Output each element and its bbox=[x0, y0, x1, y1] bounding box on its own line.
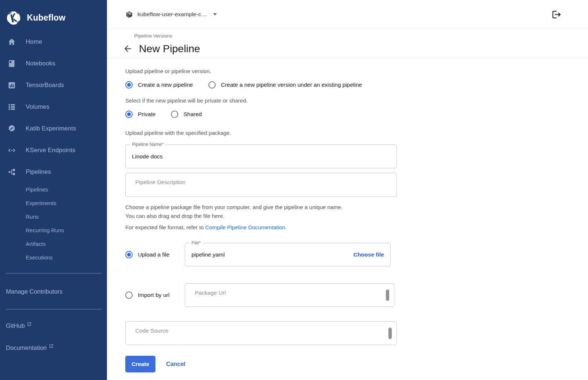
cube-icon bbox=[125, 10, 133, 19]
pipeline-name-label: Pipeline Name* bbox=[130, 142, 165, 147]
subnav-item-runs[interactable]: Runs bbox=[0, 210, 107, 223]
file-field[interactable]: File* Choose file bbox=[185, 243, 391, 266]
pipeline-type-radio-group: Create a new pipeline Create a new pipel… bbox=[125, 78, 588, 92]
code-source-field[interactable] bbox=[125, 321, 397, 345]
back-arrow-icon[interactable] bbox=[123, 44, 133, 54]
sidebar-item-documentation[interactable]: Documentation bbox=[0, 337, 107, 359]
subnav-item-label: Experiments bbox=[26, 200, 56, 206]
subnav-item-label: Recurring Runs bbox=[26, 227, 64, 233]
radio-import-url[interactable] bbox=[125, 291, 133, 299]
subnav-item-experiments[interactable]: Experiments bbox=[0, 196, 107, 210]
main-area: kubeflow-user-example-c… Pipeline Versio… bbox=[107, 0, 588, 380]
radio-upload-file-label[interactable]: Upload a file bbox=[138, 251, 169, 258]
radio-create-new-version[interactable] bbox=[208, 81, 216, 89]
kubeflow-wordmark: Kubeflow bbox=[27, 13, 65, 23]
sidebar-item-tensorboards[interactable]: TensorBoards bbox=[0, 74, 107, 96]
subnav-item-recurring-runs[interactable]: Recurring Runs bbox=[0, 223, 107, 237]
format-prefix: For expected file format, refer to bbox=[125, 224, 205, 230]
subnav-item-label: Runs bbox=[26, 214, 39, 220]
radio-shared-label[interactable]: Shared bbox=[183, 111, 202, 118]
namespace-selector[interactable]: kubeflow-user-example-c… bbox=[125, 10, 217, 19]
upload-file-row: Upload a file File* Choose file bbox=[125, 243, 588, 266]
kserve-icon bbox=[7, 146, 16, 155]
new-pipeline-form: Upload pipeline or pipeline version. Cre… bbox=[107, 58, 588, 372]
radio-private-label[interactable]: Private bbox=[138, 111, 155, 118]
sidebar-item-label: TensorBoards bbox=[26, 82, 64, 89]
radio-private[interactable] bbox=[125, 111, 133, 118]
radio-create-new-pipeline[interactable] bbox=[125, 81, 133, 89]
compile-pipeline-documentation-link[interactable]: Compile Pipeline Documentation bbox=[205, 224, 286, 230]
scrollbar-thumb[interactable] bbox=[388, 327, 392, 339]
sidebar-item-label: Pipelines bbox=[26, 168, 51, 175]
sidebar: Kubeflow Home Notebooks bbox=[0, 0, 107, 380]
sidebar-divider bbox=[6, 273, 102, 273]
sidebar-item-label: KServe Endpoints bbox=[26, 147, 75, 154]
radio-create-new-version-label[interactable]: Create a new pipeline version under an e… bbox=[221, 82, 362, 88]
chevron-down-icon bbox=[213, 13, 217, 15]
subnav-item-label: Executions bbox=[26, 254, 53, 261]
page-title: New Pipeline bbox=[139, 43, 200, 55]
radio-import-url-label[interactable]: Import by url bbox=[138, 292, 169, 298]
subnav-item-artifacts[interactable]: Artifacts bbox=[0, 237, 107, 251]
sidebar-item-katib-experiments[interactable]: Katib Experiments bbox=[0, 118, 107, 139]
format-suffix: . bbox=[285, 224, 287, 230]
choose-file-button[interactable]: Choose file bbox=[353, 251, 384, 258]
file-help-line2: You can also drag and drop the file here… bbox=[125, 213, 225, 219]
visibility-radio-group: Private Shared bbox=[125, 107, 588, 122]
documentation-label: Documentation bbox=[6, 344, 47, 351]
sidebar-item-manage-contributors[interactable]: Manage Contributors bbox=[0, 283, 107, 300]
home-icon bbox=[7, 37, 16, 46]
radio-create-new-pipeline-label[interactable]: Create a new pipeline bbox=[138, 82, 193, 88]
kubeflow-logo[interactable]: Kubeflow bbox=[0, 0, 107, 29]
upload-section-label: Upload pipeline or pipeline version. bbox=[125, 68, 588, 74]
kubeflow-logo-icon bbox=[6, 10, 21, 26]
volumes-icon bbox=[7, 103, 16, 111]
package-section-label: Upload pipeline with the specified packa… bbox=[125, 130, 588, 136]
manage-contributors-label: Manage Contributors bbox=[6, 288, 62, 295]
radio-upload-file[interactable] bbox=[125, 251, 133, 258]
sidebar-nav: Home Notebooks TensorBoards bbox=[0, 31, 107, 264]
pipeline-description-field[interactable] bbox=[125, 173, 397, 197]
sidebar-item-notebooks[interactable]: Notebooks bbox=[0, 53, 107, 74]
scrollbar-thumb[interactable] bbox=[386, 290, 389, 301]
sidebar-item-kserve-endpoints[interactable]: KServe Endpoints bbox=[0, 139, 107, 161]
sidebar-item-github[interactable]: GitHub bbox=[0, 315, 107, 337]
breadcrumb[interactable]: Pipeline Versions bbox=[134, 33, 172, 39]
notebooks-icon bbox=[7, 59, 16, 68]
external-link-icon bbox=[27, 322, 32, 326]
subnav-item-executions[interactable]: Executions bbox=[0, 251, 107, 264]
format-help-text: For expected file format, refer to Compi… bbox=[125, 224, 588, 230]
code-source-input[interactable] bbox=[126, 322, 397, 345]
page-header: Pipeline Versions New Pipeline bbox=[107, 29, 588, 58]
pipeline-name-field[interactable]: Pipeline Name* bbox=[125, 144, 397, 168]
sidebar-item-label: Notebooks bbox=[26, 60, 55, 67]
package-url-field[interactable] bbox=[185, 283, 394, 307]
create-button[interactable]: Create bbox=[125, 356, 155, 372]
github-label: GitHub bbox=[6, 322, 25, 329]
cancel-button[interactable]: Cancel bbox=[166, 361, 185, 368]
subnav-item-label: Artifacts bbox=[26, 241, 46, 247]
pipeline-description-input[interactable] bbox=[126, 173, 397, 197]
sidebar-item-label: Volumes bbox=[26, 103, 50, 110]
sidebar-item-label: Home bbox=[26, 38, 42, 45]
file-field-label: File* bbox=[190, 240, 202, 245]
pipelines-icon bbox=[7, 168, 16, 176]
sidebar-item-home[interactable]: Home bbox=[0, 31, 107, 53]
import-url-row: Import by url bbox=[125, 283, 588, 307]
subnav-item-pipelines[interactable]: Pipelines bbox=[0, 183, 107, 196]
visibility-section-label: Select if the new pipeline will be priva… bbox=[125, 97, 588, 104]
sidebar-item-pipelines[interactable]: Pipelines bbox=[0, 161, 107, 183]
package-url-input[interactable] bbox=[185, 284, 394, 306]
tensorboards-icon bbox=[7, 81, 16, 90]
sidebar-item-label: Katib Experiments bbox=[26, 125, 76, 132]
sidebar-divider bbox=[6, 309, 102, 309]
subnav-item-label: Pipelines bbox=[26, 186, 48, 193]
file-help-line1: Choose a pipeline package file from your… bbox=[125, 204, 343, 210]
pipeline-name-input[interactable] bbox=[126, 145, 397, 168]
radio-shared[interactable] bbox=[171, 111, 178, 118]
top-bar: kubeflow-user-example-c… bbox=[107, 0, 588, 29]
external-link-icon bbox=[49, 344, 54, 348]
katib-icon bbox=[7, 124, 16, 133]
sidebar-item-volumes[interactable]: Volumes bbox=[0, 96, 107, 118]
logout-icon[interactable] bbox=[552, 10, 562, 19]
